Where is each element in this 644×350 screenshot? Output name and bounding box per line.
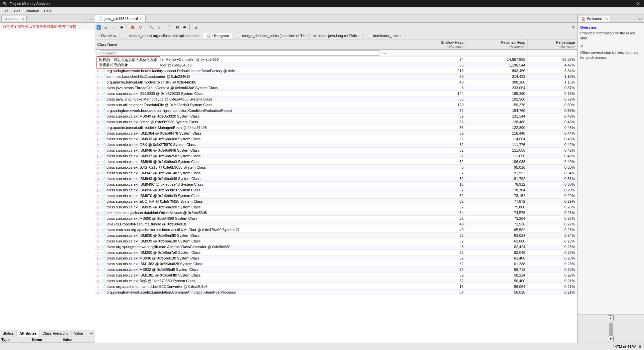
table-row[interactable]: ▷📄class org.springframework.cglib.core.A… (95, 244, 577, 250)
expand-icon[interactable]: ▷ (97, 245, 100, 249)
toolbar-nav-btn[interactable]: ⊞ (156, 24, 162, 30)
toolbar-search-btn[interactable]: 🔍 (147, 24, 155, 30)
table-row[interactable]: ▷📄class sun.nio.cs.ext.IBM930 @ 0xfe6ba3… (95, 233, 577, 238)
overview-section-title[interactable]: Overview (580, 25, 641, 29)
expand-icon[interactable]: ▷ (97, 194, 100, 198)
inspector-edit-btn[interactable]: ✏ (88, 330, 95, 337)
table-row[interactable]: ▷📄class sun.nio.cs.ext.IBM1381 @ 0xfe56f… (95, 273, 577, 278)
table-row[interactable]: ▷📄class sun.nio.cs.ext.MS932 @ 0xfe56fbd… (95, 267, 577, 273)
table-row[interactable]: ▷📄class sun.nio.cs.ext.IBM933 @ 0xfe6ba3… (95, 136, 577, 142)
expand-icon[interactable]: ▷ (97, 98, 100, 101)
table-row[interactable]: ▷📄class sun.nio.cs.ext.IBM943 @ 0xfe6ba0… (95, 176, 577, 182)
expand-icon[interactable]: ▷ (97, 126, 100, 130)
expand-icon[interactable]: ▷ (97, 137, 100, 141)
expand-icon[interactable]: ▷ (97, 166, 100, 169)
table-row[interactable]: ▷📄sun.misc.Launcher$ExtClassLoader @ 0xf… (95, 74, 577, 79)
expand-icon[interactable]: ▷ (97, 200, 100, 203)
table-row[interactable]: ▷📄org.zero01.monitor_turing.controller.M… (95, 57, 577, 62)
scroll-down-btn[interactable]: ▼ (608, 336, 614, 342)
expand-icon[interactable]: ▷ (97, 234, 100, 237)
expand-icon[interactable]: ▷ (97, 205, 100, 209)
expand-icon[interactable]: ▷ (97, 149, 100, 152)
expand-icon[interactable]: ▷ (97, 92, 100, 96)
expand-icon[interactable]: ▷ (97, 217, 100, 220)
content-tab-report[interactable]: 📄 default_report org.eclipse.mat.api:sus… (120, 33, 203, 38)
expand-icon[interactable]: ▷ (97, 262, 100, 266)
table-row[interactable]: ▷📄class sun.nio.cs.ext.IBM1364 @ 0xfe56f… (95, 131, 577, 136)
table-row[interactable]: ▷📄org.springframework.boot.autoconfigure… (95, 108, 577, 114)
toolbar-chart-btn[interactable]: 📊 (102, 24, 110, 30)
inspector-tab-close[interactable]: ✕ (22, 17, 24, 21)
table-row[interactable]: ▷📄class java.lang.invoke.MethodType @ 0x… (95, 97, 577, 102)
toolbar-export-btn[interactable]: 📤 (129, 24, 137, 30)
menu-window[interactable]: Window (23, 8, 41, 14)
toolbar-stats-btn[interactable]: 📊 (191, 24, 199, 30)
table-row[interactable]: ▷📄class sun.nio.cs.ext.Big5 @ 0xfe579580… (95, 278, 577, 284)
table-row[interactable]: ▷📄class sun.nio.cs.ext.SJIS_0213 @ 0xfe6… (95, 165, 577, 170)
table-row[interactable]: ▷📄class sun.nio.cs.ext.IBM942 @ 0xfe6ba1… (95, 170, 577, 176)
welcome-maximize-btn[interactable]: □ (638, 16, 643, 21)
inspector-tab-statics[interactable]: Statics (0, 330, 17, 337)
table-row[interactable]: ▷📄sun.misc.Launcher$AppClassLoader @ 0xf… (95, 62, 577, 68)
table-row[interactable]: ▷📄java.util.PropertyResourceBundle @ 0xf… (95, 221, 577, 227)
expand-icon[interactable]: ▷ (97, 268, 100, 272)
inspector-tab-attributes[interactable]: Attributes (17, 330, 40, 337)
expand-icon[interactable]: ▷ (97, 285, 100, 289)
expand-icon[interactable]: ▷ (97, 143, 100, 147)
minimize-button[interactable]: — (618, 1, 625, 6)
menu-edit[interactable]: Edit (11, 8, 23, 14)
toolbar-help-btn[interactable]: ? (571, 24, 576, 30)
table-row[interactable]: ▷📄class sun.nio.cs.ext.IBM939 @ 0xfe6ba1… (95, 238, 577, 244)
table-row[interactable]: ▷📄class sun.nio.cs.ext.IBM970 @ 0xfe6b9c… (95, 193, 577, 199)
inspector-minimize-btn[interactable]: — (82, 16, 88, 21)
menu-help[interactable]: Help (41, 8, 54, 14)
toolbar-histogram-btn[interactable]: 📈 (110, 24, 118, 30)
scroll-thumb[interactable] (609, 323, 613, 336)
close-button[interactable]: ✕ (635, 1, 641, 6)
file-tab-close[interactable]: ✕ (139, 17, 142, 20)
expand-icon[interactable]: ▷ (97, 154, 100, 158)
expand-icon[interactable]: ▷ (97, 177, 100, 181)
expand-icon[interactable]: ▷ (97, 132, 100, 135)
expand-icon[interactable]: ▷ (97, 75, 100, 78)
content-tab-histogram[interactable]: 📊 Histogram (203, 33, 233, 38)
table-row[interactable]: ▷📄org.apache.tomcat.util.modeler.Registr… (95, 79, 577, 85)
expand-icon[interactable]: ▷ (97, 183, 100, 186)
expand-icon[interactable]: ▷ (97, 228, 100, 232)
expand-icon[interactable]: ▷ (97, 251, 100, 254)
welcome-tab[interactable]: 🏠 Welcome ✕ (579, 16, 610, 22)
table-row[interactable]: ▷📄class sun.nio.cs.ext.IBM949 @ 0xfe6b9e… (95, 159, 577, 165)
table-row[interactable]: ▷📄class sun.nio.cs.ext.IBM948 @ 0xfe6b9f… (95, 148, 577, 153)
table-row[interactable]: ▷📄class sun.nio.cs.ext.GBK @ 0xfe275870 … (95, 142, 577, 148)
inspector-tab[interactable]: Inspector ✕ (1, 16, 27, 21)
table-row[interactable]: ▷📄class sun.nio.cs.ext.IBM950 @ 0xfe6b9d… (95, 187, 577, 193)
expand-icon[interactable]: ▷ (97, 274, 100, 277)
expand-icon[interactable]: ▷ (97, 86, 100, 90)
table-row[interactable]: ▷📄class sun.nio.cs.ext.IBM949C @ 0xfe6b9… (95, 182, 577, 187)
welcome-minimize-btn[interactable]: — (632, 16, 637, 21)
table-row[interactable]: ▷📄com.fasterxml.jackson.databind.ObjectM… (95, 210, 577, 216)
table-row[interactable]: ▷📄class sun.nio.cs.ext.EUC_KR @ 0xfe5794… (95, 199, 577, 204)
tutorials-link[interactable]: ✔ (580, 44, 641, 49)
class-search-input[interactable] (101, 50, 379, 56)
toolbar-grid-btn[interactable]: ⊡ (174, 24, 181, 30)
expand-icon[interactable]: ▷ (97, 120, 100, 124)
scroll-up-btn[interactable]: ▲ (608, 315, 614, 321)
expand-icon[interactable]: ▷ (97, 239, 100, 243)
table-row[interactable]: ▷📄class sun.nio.cs.ext.IBM1383 @ 0xfe6ba… (95, 261, 577, 267)
dominator-close[interactable]: ✕ (399, 34, 402, 37)
table-row[interactable]: ▷📄org.springframework.beans.factory.supp… (95, 68, 577, 74)
expand-icon[interactable]: ▷ (97, 63, 100, 67)
inspector-maximize-btn[interactable]: □ (89, 16, 94, 21)
expand-icon[interactable]: ▷ (97, 171, 100, 175)
expand-icon[interactable]: ▷ (97, 256, 100, 260)
table-row[interactable]: ▷📄class sun.nio.cs.ext.Johab @ 0xfe6b998… (95, 119, 577, 125)
expand-icon[interactable]: ▷ (97, 188, 100, 192)
file-tab-hprof[interactable]: 📄 java_pid13348.hprof ✕ (95, 15, 146, 22)
toolbar-info-btn[interactable]: i (97, 25, 101, 30)
toolbar-run-btn[interactable]: ▶ (119, 24, 125, 30)
expand-icon[interactable]: ▷ (97, 160, 100, 164)
expand-icon[interactable]: ▷ (97, 211, 100, 215)
table-container[interactable]: Class Name Shallow Heap<Numeric> Retaine… (95, 39, 577, 343)
table-row[interactable]: ▷📄class com.sun.org.apache.xerces.intern… (95, 227, 577, 233)
